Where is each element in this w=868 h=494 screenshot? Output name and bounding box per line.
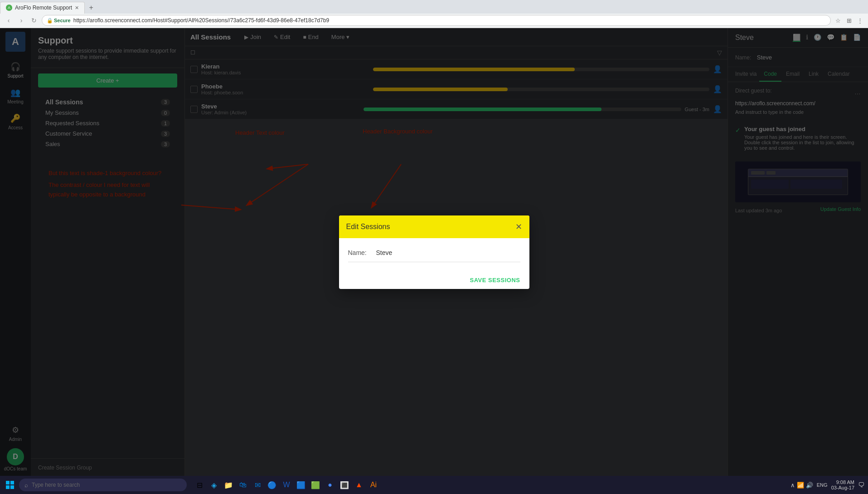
app8-icon[interactable]: 🟩 [309,479,322,491]
explorer-icon[interactable]: 📁 [222,479,235,491]
tab-close-button[interactable]: ✕ [75,5,79,11]
browser-tabs: A AroFlo Remote Support ✕ + [0,0,868,14]
menu-icon[interactable]: ⋮ [855,16,864,25]
app7-icon[interactable]: 🟦 [295,479,307,491]
modal-title: Edit Sessions [346,223,390,231]
modal-footer: SAVE SESSIONS [339,271,529,289]
modal-overlay[interactable]: Edit Sessions ✕ Name: SAVE SESSIONS [0,28,868,476]
bookmark-icon[interactable]: ☆ [834,16,843,25]
browser-toolbar: ‹ › ↻ 🔒 Secure https://aroflo.screenconn… [0,14,868,28]
modal-body: Name: [339,238,529,271]
back-button[interactable]: ‹ [4,15,14,25]
taskbar-right: ∧ 📶 🔊 ENG 9:08 AM 03-Aug-17 🗨 [790,479,864,490]
tray-arrow-icon[interactable]: ∧ [790,482,795,489]
tab-title: AroFlo Remote Support [15,5,72,11]
chrome-icon[interactable]: ● [324,479,336,491]
taskview-icon[interactable]: ⊟ [193,479,206,491]
url-text: https://aroflo.screenconnect.com/Host#Su… [73,17,329,24]
system-tray-icons: ∧ 📶 🔊 [790,482,813,489]
store-icon[interactable]: 🛍 [237,479,249,491]
modal-name-input[interactable] [376,249,520,256]
time-display: 9:08 AM [836,479,854,485]
word-icon[interactable]: W [280,479,293,491]
modal-header: Edit Sessions ✕ [339,215,529,238]
edge-icon[interactable]: ◈ [208,479,220,491]
tray-volume-icon[interactable]: 🔊 [806,482,813,489]
secure-badge: 🔒 Secure [47,18,71,24]
svg-rect-7 [10,485,14,489]
svg-rect-4 [6,481,10,484]
modal-name-field: Name: [348,249,520,262]
svg-rect-5 [10,481,14,484]
taskbar-clock: 9:08 AM 03-Aug-17 [831,479,854,490]
search-placeholder: Type here to search [32,482,80,488]
search-icon: ⌕ [24,482,28,489]
app10-icon[interactable]: 🔳 [338,479,351,491]
taskbar: ⌕ Type here to search ⊟ ◈ 📁 🛍 ✉ 🔵 W 🟦 🟩 … [0,476,868,494]
active-tab[interactable]: A AroFlo Remote Support ✕ [0,2,85,14]
tray-network-icon[interactable]: 📶 [797,482,804,489]
notification-icon[interactable]: 🗨 [858,481,864,489]
taskbar-search-bar[interactable]: ⌕ Type here to search [19,479,187,491]
browser-chrome: A AroFlo Remote Support ✕ + ‹ › ↻ 🔒 Secu… [0,0,868,28]
svg-rect-6 [6,485,10,489]
modal-save-button[interactable]: SAVE SESSIONS [470,277,520,284]
address-bar[interactable]: 🔒 Secure https://aroflo.screenconnect.co… [42,15,831,26]
outlook-icon[interactable]: ✉ [251,479,264,491]
forward-button[interactable]: › [16,15,26,25]
modal-name-label: Name: [348,249,371,256]
date-display: 03-Aug-17 [831,485,854,490]
new-tab-button[interactable]: + [85,2,97,14]
app5-icon[interactable]: 🔵 [266,479,278,491]
reload-button[interactable]: ↻ [29,15,39,25]
lock-icon: 🔒 [47,18,53,24]
tab-favicon: A [6,5,12,11]
toolbar-icons: ☆ ⊞ ⋮ [834,16,864,25]
extensions-icon[interactable]: ⊞ [844,16,853,25]
taskbar-app-icons: ⊟ ◈ 📁 🛍 ✉ 🔵 W 🟦 🟩 ● 🔳 ▲ Ai [193,479,380,491]
windows-icon [6,481,14,489]
app11-icon[interactable]: ▲ [353,479,365,491]
lang-indicator: ENG [817,482,828,488]
edit-sessions-modal: Edit Sessions ✕ Name: SAVE SESSIONS [339,215,529,289]
start-button[interactable] [4,479,16,491]
modal-close-button[interactable]: ✕ [515,222,522,232]
illustrator-icon[interactable]: Ai [367,479,380,491]
